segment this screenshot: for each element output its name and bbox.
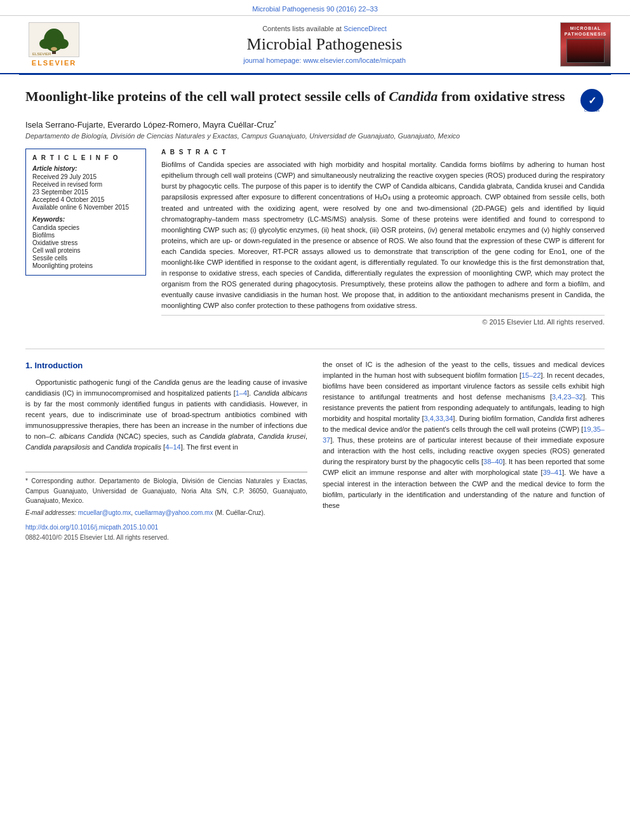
- svg-point-5: [51, 47, 57, 51]
- keyword-6: Moonlighting proteins: [32, 262, 139, 269]
- ref-38-40[interactable]: 38–40: [483, 458, 503, 465]
- email-link-1[interactable]: mcuellar@ugto.mx: [78, 509, 131, 516]
- svg-point-3: [39, 39, 52, 49]
- accepted-date: Accepted 4 October 2015: [32, 196, 139, 203]
- elsevier-tree-graphic: ELSEVIER: [29, 22, 79, 57]
- cover-image-graphic: [566, 39, 605, 63]
- ref-39-41[interactable]: 39–41: [543, 469, 563, 476]
- footnote-corresponding: * Corresponding author. Departamento de …: [25, 476, 307, 506]
- ref-3-4-23-32[interactable]: 3,4,23–32: [552, 393, 583, 401]
- article-info-heading: A R T I C L E I N F O: [32, 154, 139, 161]
- keyword-4: Cell wall proteins: [32, 247, 139, 254]
- article-title-row: Moonlight-like proteins of the cell wall…: [25, 88, 605, 113]
- svg-text:CrossMark: CrossMark: [584, 109, 600, 112]
- keyword-1: Candida species: [32, 224, 139, 231]
- copyright-notice: © 2015 Elsevier Ltd. All rights reserved…: [161, 315, 605, 326]
- article-title: Moonlight-like proteins of the cell wall…: [25, 88, 573, 106]
- svg-text:ELSEVIER: ELSEVIER: [32, 52, 51, 56]
- ref-15-22[interactable]: 15–22: [521, 371, 541, 379]
- abstract-heading: A B S T R A C T: [161, 149, 605, 156]
- authors-line: Isela Serrano-Fujarte, Everardo López-Ro…: [25, 119, 605, 130]
- journal-header: ELSEVIER ELSEVIER Contents lists availab…: [0, 16, 630, 74]
- journal-citation-text: Microbial Pathogenesis 90 (2016) 22–33: [252, 5, 378, 13]
- contents-available: Contents lists available at ScienceDirec…: [89, 25, 560, 32]
- journal-citation-bar: Microbial Pathogenesis 90 (2016) 22–33: [0, 0, 630, 16]
- ref-3-4-33-34[interactable]: 3,4,33,34: [424, 415, 453, 422]
- email-link-2[interactable]: cuellarmay@yahoo.com.mx: [135, 509, 213, 516]
- doi-line: http://dx.doi.org/10.1016/j.micpath.2015…: [25, 523, 307, 533]
- crossmark-icon[interactable]: ✓ CrossMark: [579, 88, 605, 113]
- journal-main-title: Microbial Pathogenesis: [89, 35, 560, 54]
- elsevier-logo: ELSEVIER ELSEVIER: [19, 22, 89, 67]
- received-revised-date: 23 September 2015: [32, 189, 139, 196]
- body-column-left: 1. Introduction Opportunistic pathogenic…: [25, 359, 307, 542]
- journal-title-block: Contents lists available at ScienceDirec…: [89, 25, 560, 64]
- cover-title-line2: PATHOGENESIS: [565, 32, 607, 36]
- svg-point-4: [56, 39, 69, 49]
- doi-link[interactable]: http://dx.doi.org/10.1016/j.micpath.2015…: [25, 524, 158, 531]
- ref-1-4[interactable]: 1–4: [236, 389, 247, 397]
- article-body: 1. Introduction Opportunistic pathogenic…: [0, 359, 630, 542]
- footnotes-left: * Corresponding author. Departamento de …: [25, 472, 307, 517]
- ref-19-35-37[interactable]: 19,35–37: [323, 425, 605, 444]
- keyword-2: Biofilms: [32, 232, 139, 239]
- article-info-box: A R T I C L E I N F O Article history: R…: [25, 149, 146, 276]
- body-para-2: the onset of IC is the adhesion of the y…: [323, 359, 605, 511]
- svg-text:✓: ✓: [588, 95, 596, 106]
- keyword-3: Oxidative stress: [32, 239, 139, 246]
- keyword-5: Sessile cells: [32, 255, 139, 262]
- affiliation-line: Departamento de Biología, División de Ci…: [25, 132, 605, 140]
- journal-cover-image: MICROBIAL PATHOGENESIS: [560, 22, 611, 67]
- journal-homepage-link[interactable]: www.elsevier.com/locate/micpath: [303, 57, 405, 64]
- body-column-right: the onset of IC is the adhesion of the y…: [323, 359, 605, 542]
- cover-title-line1: MICROBIAL: [570, 26, 601, 30]
- sciencedirect-link[interactable]: ScienceDirect: [344, 25, 387, 32]
- article-body-divider: [25, 349, 605, 349]
- journal-homepage: journal homepage: www.elsevier.com/locat…: [89, 57, 560, 64]
- footnote-email: E-mail addresses: mcuellar@ugto.mx, cuel…: [25, 508, 307, 518]
- body-para-1: Opportunistic pathogenic fungi of the Ca…: [25, 377, 307, 453]
- keywords-heading: Keywords:: [32, 216, 139, 223]
- article-info-abstract-row: A R T I C L E I N F O Article history: R…: [25, 149, 605, 326]
- article-main: Moonlight-like proteins of the cell wall…: [0, 75, 630, 338]
- article-info-column: A R T I C L E I N F O Article history: R…: [25, 149, 146, 326]
- article-history-label: Article history:: [32, 165, 139, 172]
- received-revised-label: Received in revised form: [32, 181, 139, 188]
- issn-line: 0882-4010/© 2015 Elsevier Ltd. All right…: [25, 533, 307, 543]
- received-date: Received 29 July 2015: [32, 173, 139, 180]
- available-online: Available online 6 November 2015: [32, 204, 139, 211]
- abstract-column: A B S T R A C T Biofilms of Candida spec…: [161, 149, 605, 326]
- elsevier-brand-text: ELSEVIER: [32, 59, 76, 67]
- ref-4-14[interactable]: 4–14: [165, 443, 180, 451]
- section1-heading: 1. Introduction: [25, 359, 307, 372]
- abstract-text: Biofilms of Candida species are associat…: [161, 159, 605, 311]
